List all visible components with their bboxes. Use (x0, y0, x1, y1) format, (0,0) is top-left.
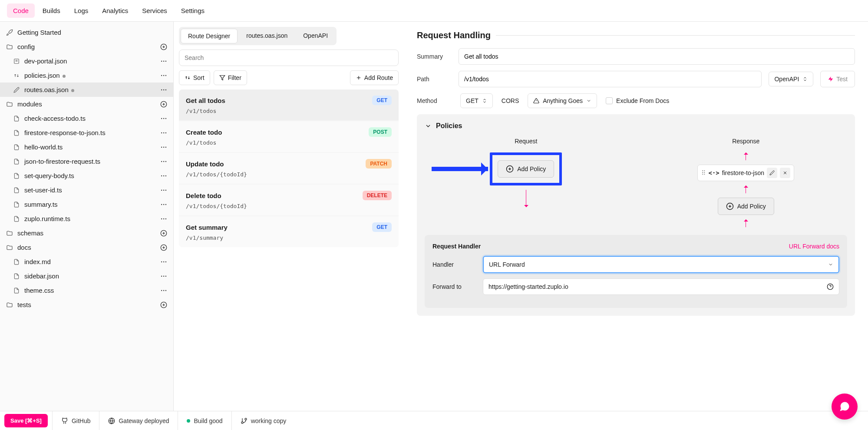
status-dot-icon (187, 419, 190, 423)
sidebar-label: check-access-todo.ts (24, 115, 156, 122)
chat-button[interactable] (832, 394, 858, 420)
route-item[interactable]: Get all todosGET/v1/todos (179, 89, 399, 120)
sidebar-folder-docs[interactable]: docs (0, 240, 173, 255)
nav-logs[interactable]: Logs (68, 3, 95, 18)
sidebar-folder-config[interactable]: config (0, 40, 173, 54)
sidebar-file[interactable]: sidebar.json··· (0, 269, 173, 283)
nav-analytics[interactable]: Analytics (96, 3, 134, 18)
sidebar-file[interactable]: set-user-id.ts··· (0, 183, 173, 197)
more-icon[interactable]: ··· (161, 72, 167, 79)
more-icon[interactable]: ··· (161, 172, 167, 179)
editor-tabs: Route Designer routes.oas.json OpenAPI (179, 27, 337, 45)
response-policy-chip[interactable]: ⠿ <·> firestore-to-json (697, 165, 794, 181)
add-icon[interactable] (160, 301, 167, 308)
sidebar-folder-tests[interactable]: tests (0, 298, 173, 312)
sidebar-getting-started[interactable]: Getting Started (0, 25, 173, 40)
more-icon[interactable]: ··· (161, 144, 167, 151)
sidebar-file-routes-oas[interactable]: routes.oas.json ··· (0, 83, 173, 97)
search-input[interactable] (179, 50, 399, 66)
nav-services[interactable]: Services (136, 3, 173, 18)
route-item[interactable]: Update todoPATCH/v1/todos/{todoId} (179, 153, 399, 184)
sort-button[interactable]: Sort (179, 70, 210, 85)
route-item[interactable]: Delete todoDELETE/v1/todos/{todoId} (179, 185, 399, 215)
handler-docs-link[interactable]: URL Forward docs (789, 243, 839, 250)
gateway-status[interactable]: Gateway deployed (99, 411, 178, 430)
route-path: /v1/todos/{todoId} (186, 171, 392, 178)
cors-label: CORS (502, 97, 519, 104)
more-icon[interactable]: ··· (161, 287, 167, 294)
folder-icon (6, 230, 13, 237)
test-button[interactable]: Test (820, 71, 855, 87)
add-icon[interactable] (160, 43, 167, 50)
exclude-checkbox[interactable] (606, 97, 613, 104)
file-icon (13, 129, 20, 136)
sidebar-file[interactable]: theme.css··· (0, 283, 173, 298)
route-item[interactable]: Get summaryGET/v1/summary (179, 216, 399, 247)
more-icon[interactable]: ··· (161, 158, 167, 165)
github-button[interactable]: GitHub (52, 411, 99, 430)
nav-code[interactable]: Code (7, 3, 35, 18)
folder-icon (6, 301, 13, 308)
grip-icon[interactable]: ⠿ (701, 169, 706, 176)
more-icon[interactable]: ··· (161, 187, 167, 194)
add-icon[interactable] (160, 101, 167, 108)
sidebar-label: set-query-body.ts (24, 172, 156, 179)
build-status[interactable]: Build good (178, 411, 231, 430)
more-icon[interactable]: ··· (161, 115, 167, 122)
sidebar-file[interactable]: zuplo.runtime.ts··· (0, 212, 173, 226)
chevron-down-icon (586, 98, 591, 103)
save-button[interactable]: Save [⌘+S] (4, 414, 48, 427)
route-item[interactable]: Create todoPOST/v1/todos (179, 121, 399, 152)
add-icon[interactable] (160, 244, 167, 251)
sidebar-folder-modules[interactable]: modules (0, 97, 173, 111)
branch-status[interactable]: working copy (231, 411, 295, 430)
add-request-policy-button[interactable]: Add Policy (498, 160, 554, 178)
path-input[interactable] (459, 71, 762, 87)
sidebar-file[interactable]: summary.ts··· (0, 197, 173, 212)
close-icon[interactable] (780, 168, 790, 178)
handler-select[interactable]: URL Forward (483, 256, 839, 273)
edit-icon[interactable] (767, 168, 777, 178)
sidebar-file[interactable]: check-access-todo.ts··· (0, 111, 173, 126)
response-label: Response (732, 138, 759, 145)
method-select[interactable]: GET (460, 93, 493, 108)
filter-button[interactable]: Filter (214, 70, 247, 85)
sidebar-file-policies[interactable]: policies.json ··· (0, 68, 173, 83)
chevron-down-icon[interactable] (425, 122, 432, 129)
sidebar-folder-schemas[interactable]: schemas (0, 226, 173, 240)
more-icon[interactable]: ··· (161, 215, 167, 222)
sidebar-file[interactable]: set-query-body.ts··· (0, 169, 173, 183)
more-icon[interactable]: ··· (161, 273, 167, 280)
add-icon[interactable] (160, 230, 167, 237)
tab-openapi[interactable]: OpenAPI (296, 29, 335, 43)
method-label: Method (417, 97, 452, 104)
more-icon[interactable]: ··· (161, 86, 167, 93)
nav-builds[interactable]: Builds (36, 3, 66, 18)
method-badge: POST (369, 127, 392, 137)
more-icon[interactable]: ··· (161, 129, 167, 136)
sidebar-file[interactable]: firestore-response-to-json.ts··· (0, 126, 173, 140)
sidebar-file[interactable]: hello-world.ts··· (0, 140, 173, 154)
sidebar-file[interactable]: json-to-firestore-request.ts··· (0, 154, 173, 169)
nav-settings[interactable]: Settings (175, 3, 211, 18)
route-title: Create todo (186, 129, 222, 136)
more-icon[interactable]: ··· (161, 58, 167, 65)
more-icon[interactable]: ··· (161, 201, 167, 208)
summary-input[interactable] (459, 48, 855, 65)
add-response-policy-button[interactable]: Add Policy (718, 198, 774, 215)
more-icon[interactable]: ··· (161, 258, 167, 265)
add-route-button[interactable]: Add Route (350, 70, 399, 85)
tab-route-designer[interactable]: Route Designer (181, 29, 238, 43)
openapi-select[interactable]: OpenAPI (769, 72, 813, 86)
file-icon (13, 187, 20, 194)
forward-input[interactable]: https://getting-started.zuplo.io (483, 278, 839, 295)
policy-name: firestore-to-json (722, 169, 764, 176)
sidebar-file[interactable]: index.md··· (0, 255, 173, 269)
tab-routes-json[interactable]: routes.oas.json (239, 29, 294, 43)
route-path: /v1/todos/{todoId} (186, 203, 392, 209)
sidebar-label: set-user-id.ts (24, 186, 156, 194)
help-icon[interactable] (827, 283, 834, 290)
cors-select[interactable]: Anything Goes (528, 93, 597, 108)
sidebar-label: docs (17, 244, 156, 251)
sidebar-file-dev-portal[interactable]: dev-portal.json ··· (0, 54, 173, 68)
